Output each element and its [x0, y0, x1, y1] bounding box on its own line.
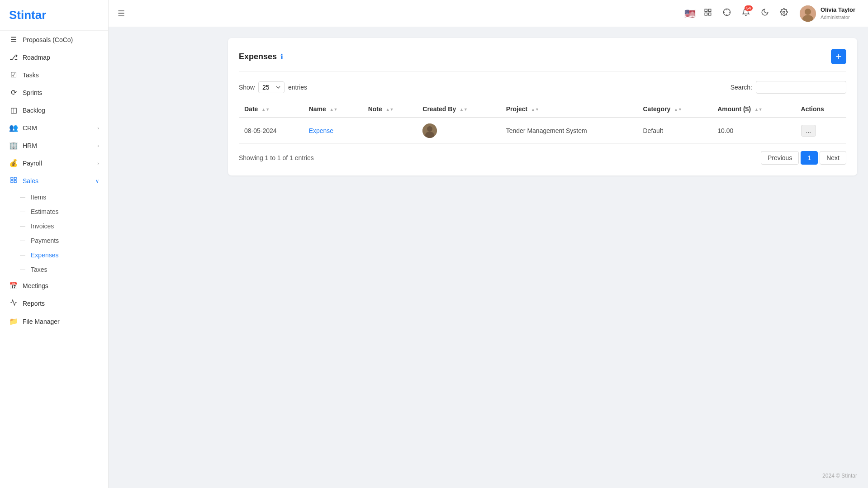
search-area: Search: — [730, 81, 846, 94]
col-date[interactable]: Date ▲▼ — [239, 101, 304, 118]
sidebar-subitem-label: Expenses — [31, 251, 58, 259]
pagination-area: Showing 1 to 1 of 1 entries Previous 1 N… — [239, 151, 846, 165]
sidebar-subitem-label: Estimates — [31, 208, 58, 215]
cell-date: 08-05-2024 — [239, 118, 304, 144]
grid-icon[interactable] — [701, 5, 715, 21]
sidebar-item-label: Roadmap — [23, 54, 50, 61]
sidebar-item-payroll[interactable]: 💰 Payroll › — [0, 154, 108, 172]
sort-icon-note: ▲▼ — [386, 108, 394, 112]
sidebar-item-backlog[interactable]: ◫ Backlog — [0, 101, 108, 119]
sidebar-item-label: File Manager — [23, 318, 60, 325]
main-content: Expenses ℹ + Show 25 10 50 100 entries S… — [217, 27, 868, 488]
actions-button[interactable]: ... — [801, 125, 816, 137]
sidebar-item-meetings[interactable]: 📅 Meetings — [0, 277, 108, 294]
showing-text: Showing 1 to 1 of 1 entries — [239, 154, 314, 161]
sort-icon-created-by: ▲▼ — [460, 108, 468, 112]
sidebar-subitem-estimates[interactable]: Estimates — [0, 204, 108, 219]
entries-select[interactable]: 25 10 50 100 — [258, 81, 285, 93]
table-row: 08-05-2024 Expense — [239, 118, 846, 144]
cell-created-by — [417, 118, 500, 144]
page-1-button[interactable]: 1 — [801, 151, 818, 165]
sidebar-subitem-label: Invoices — [31, 223, 54, 230]
sidebar-item-label: Payroll — [23, 160, 42, 167]
cell-actions: ... — [796, 118, 846, 144]
notification-icon[interactable]: 54 — [739, 5, 753, 21]
previous-button[interactable]: Previous — [761, 151, 799, 165]
payroll-icon: 💰 — [9, 159, 18, 167]
svg-rect-2 — [14, 180, 16, 183]
backlog-icon: ◫ — [9, 106, 18, 114]
user-name: Olivia Taylor — [821, 6, 855, 14]
sidebar-item-tasks[interactable]: ☑ Tasks — [0, 66, 108, 84]
chevron-right-icon: › — [97, 125, 99, 131]
crosshair-icon[interactable] — [720, 5, 734, 21]
sidebar-item-label: Sales — [23, 177, 38, 185]
sidebar-item-reports[interactable]: Reports — [0, 294, 108, 313]
next-button[interactable]: Next — [820, 151, 846, 165]
svg-rect-5 — [708, 9, 711, 11]
show-label: Show — [239, 84, 255, 91]
cell-amount: 10.00 — [712, 118, 795, 144]
svg-point-15 — [805, 9, 811, 15]
sidebar-subitem-taxes[interactable]: Taxes — [0, 262, 108, 277]
svg-point-13 — [783, 11, 785, 14]
col-created-by[interactable]: Created By ▲▼ — [417, 101, 500, 118]
search-input[interactable] — [756, 81, 846, 94]
add-expense-button[interactable]: + — [831, 49, 846, 64]
meetings-icon: 📅 — [9, 281, 18, 290]
sidebar-subitem-invoices[interactable]: Invoices — [0, 219, 108, 233]
sidebar-item-crm[interactable]: 👥 CRM › — [0, 119, 108, 137]
sidebar-item-roadmap[interactable]: ⎇ Roadmap — [0, 48, 108, 66]
sidebar-subitem-payments[interactable]: Payments — [0, 233, 108, 248]
sidebar: Stintar ☰ Proposals (CoCo) ⎇ Roadmap ☑ T… — [0, 0, 109, 488]
settings-icon[interactable] — [777, 5, 791, 21]
sidebar-item-label: Reports — [23, 300, 45, 307]
user-profile[interactable]: Olivia Taylor Administrator — [796, 4, 859, 24]
chevron-right-icon: › — [97, 161, 99, 166]
page-header: Expenses ℹ + — [239, 49, 846, 72]
sidebar-item-file-manager[interactable]: 📁 File Manager — [0, 313, 108, 330]
logo-text: Stintar — [9, 8, 46, 22]
svg-rect-7 — [705, 13, 707, 15]
page-title-area: Expenses ℹ — [239, 52, 283, 62]
info-icon[interactable]: ℹ — [280, 52, 283, 61]
menu-icon[interactable]: ☰ — [118, 9, 125, 19]
sort-icon-name: ▲▼ — [330, 108, 338, 112]
col-amount[interactable]: Amount ($) ▲▼ — [712, 101, 795, 118]
svg-rect-3 — [11, 180, 13, 183]
sidebar-subitem-label: Taxes — [31, 266, 47, 273]
sort-icon-date: ▲▼ — [261, 108, 270, 112]
sidebar-item-proposals[interactable]: ☰ Proposals (CoCo) — [0, 31, 108, 48]
sidebar-item-sales[interactable]: Sales ∨ — [0, 172, 108, 190]
col-category[interactable]: Category ▲▼ — [637, 101, 712, 118]
col-name[interactable]: Name ▲▼ — [304, 101, 363, 118]
sidebar-item-label: Tasks — [23, 71, 39, 79]
sidebar-item-sprints[interactable]: ⟳ Sprints — [0, 84, 108, 101]
created-by-avatar — [422, 123, 437, 138]
hrm-icon: 🏢 — [9, 141, 18, 150]
sidebar-subitem-expenses[interactable]: Expenses — [0, 248, 108, 262]
logo: Stintar — [0, 0, 108, 31]
language-flag[interactable]: 🇺🇸 — [684, 8, 696, 19]
svg-rect-0 — [11, 177, 13, 180]
expense-name-link[interactable]: Expense — [309, 127, 333, 134]
sidebar-item-label: Meetings — [23, 282, 48, 289]
reports-icon — [9, 299, 18, 308]
sidebar-subitem-items[interactable]: Items — [0, 190, 108, 204]
proposals-icon: ☰ — [9, 35, 18, 44]
avatar — [800, 5, 816, 22]
crm-icon: 👥 — [9, 123, 18, 132]
col-note[interactable]: Note ▲▼ — [363, 101, 417, 118]
entries-label: entries — [288, 84, 307, 91]
sidebar-item-label: Sprints — [23, 89, 43, 96]
sidebar-item-hrm[interactable]: 🏢 HRM › — [0, 137, 108, 154]
user-info: Olivia Taylor Administrator — [821, 6, 855, 20]
col-project[interactable]: Project ▲▼ — [501, 101, 638, 118]
cell-name: Expense — [304, 118, 363, 144]
sidebar-item-label: HRM — [23, 142, 37, 149]
show-entries: Show 25 10 50 100 entries — [239, 81, 307, 93]
svg-rect-6 — [708, 13, 711, 15]
roadmap-icon: ⎇ — [9, 53, 18, 62]
pagination-controls: Previous 1 Next — [761, 151, 846, 165]
dark-mode-icon[interactable] — [758, 5, 772, 21]
